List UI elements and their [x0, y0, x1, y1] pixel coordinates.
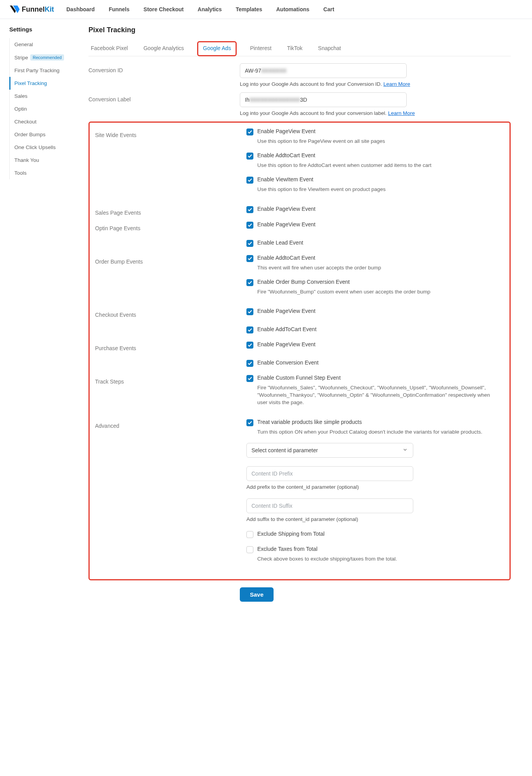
badge-recommended: Recommended: [30, 54, 64, 61]
track-steps-label-0: Enable Custom Funnel Step Event: [257, 375, 341, 381]
sidebar-item-pixel-tracking[interactable]: Pixel Tracking: [9, 77, 81, 90]
exclude-shipping-checkbox-0[interactable]: [246, 531, 253, 538]
sidebar-item-order-bumps[interactable]: Order Bumps: [9, 128, 81, 141]
conversion-label-help: Log into your Google Ads account to find…: [240, 110, 492, 116]
conversion-id-learn-link[interactable]: Learn More: [383, 81, 410, 87]
purchase-label-1: Enable Conversion Event: [257, 359, 319, 366]
purchase-label-0: Enable PageView Event: [257, 341, 315, 347]
conversion-id-help: Log into your Google Ads account to find…: [240, 81, 492, 87]
sales-page-events-label: Sales Page Events: [95, 206, 246, 216]
save-button[interactable]: Save: [240, 587, 274, 602]
sidebar-item-sales[interactable]: Sales: [9, 90, 81, 102]
site-wide-label-0: Enable PageView Event: [257, 128, 315, 134]
exclude-taxes-checkbox-0[interactable]: [246, 546, 253, 553]
sidebar-item-stripe[interactable]: StripeRecommended: [9, 51, 81, 64]
nav-templates[interactable]: Templates: [236, 6, 262, 12]
advanced-treat-variable-checkbox-0[interactable]: [246, 419, 253, 426]
brand-logo: FunnelKit: [9, 4, 54, 15]
exclude-shipping-label-0: Exclude Shipping from Total: [257, 531, 324, 537]
order-bump-checkbox-1[interactable]: [246, 279, 253, 286]
nav-automations[interactable]: Automations: [276, 6, 310, 12]
settings-sidebar: Settings GeneralStripeRecommendedFirst P…: [0, 26, 81, 602]
sidebar-title: Settings: [9, 26, 81, 33]
site-wide-desc-0: Use this option to fire PageView event o…: [257, 138, 499, 145]
content-id-suffix-help: Add suffix to the content_id parameter (…: [246, 516, 499, 522]
order-bump-label-0: Enable AddtoCart Event: [257, 255, 315, 261]
checkout-label-0: Enable PageView Event: [257, 308, 315, 314]
brand-name-2: Kit: [45, 5, 54, 13]
nav-analytics[interactable]: Analytics: [198, 6, 222, 12]
purchase-checkbox-0[interactable]: [246, 342, 253, 349]
content-id-param-select[interactable]: Select content id parameter: [246, 443, 413, 458]
order-bump-events-label: Order Bump Events: [95, 255, 246, 265]
track-steps-checkbox-0[interactable]: [246, 375, 253, 382]
track-steps-desc-0: Fire "Woofunnels_Sales", "Woofunnels_Che…: [257, 384, 499, 406]
sidebar-item-tools[interactable]: Tools: [9, 167, 81, 179]
advanced-label: Advanced: [95, 419, 246, 429]
nav-dashboard[interactable]: Dashboard: [66, 6, 95, 12]
checkout-checkbox-1[interactable]: [246, 326, 253, 333]
optin-page-checkbox-0[interactable]: [246, 222, 253, 229]
optin-page-label-1: Enable Lead Event: [257, 240, 303, 246]
tab-tiktok[interactable]: TikTok: [285, 41, 305, 56]
tab-pinterest[interactable]: Pinterest: [248, 41, 274, 56]
optin-page-checkbox-1[interactable]: [246, 240, 253, 247]
pixel-tabs: Facebook PixelGoogle AnalyticsGoogle Ads…: [88, 41, 511, 56]
optin-page-events-label: Optin Page Events: [95, 221, 246, 231]
conversion-label-learn-link[interactable]: Learn More: [388, 110, 415, 116]
site-wide-desc-1: Use this option to fire AddtoCart event …: [257, 162, 499, 169]
site-wide-desc-2: Use this option to fire ViewItem event o…: [257, 186, 499, 193]
sales-page-label-0: Enable PageView Event: [257, 206, 315, 212]
order-bump-checkbox-0[interactable]: [246, 255, 253, 262]
nav-store-checkout[interactable]: Store Checkout: [144, 6, 184, 12]
site-wide-checkbox-2[interactable]: [246, 177, 253, 184]
logo-icon: [9, 4, 20, 15]
content-id-suffix-input[interactable]: [246, 498, 413, 513]
conversion-label-label: Conversion Label: [88, 92, 240, 102]
conversion-label-input[interactable]: IhXXXXXXXXXXXXXX3D: [240, 92, 407, 107]
checkout-label-1: Enable AddToCart Event: [257, 326, 317, 332]
tab-google-analytics[interactable]: Google Analytics: [141, 41, 186, 56]
nav-cart[interactable]: Cart: [323, 6, 334, 12]
site-wide-checkbox-1[interactable]: [246, 153, 253, 160]
advanced-treat-variable-desc-0: Turn this option ON when your Product Ca…: [257, 429, 499, 436]
exclude-taxes-label-0: Exclude Taxes from Total: [257, 546, 317, 552]
conversion-id-label: Conversion ID: [88, 63, 240, 73]
sales-page-checkbox-0[interactable]: [246, 206, 253, 213]
sidebar-item-checkout[interactable]: Checkout: [9, 115, 81, 128]
sidebar-item-general[interactable]: General: [9, 38, 81, 51]
order-bump-label-1: Enable Order Bump Conversion Event: [257, 279, 350, 285]
sidebar-item-one-click-upsells[interactable]: One Click Upsells: [9, 141, 81, 154]
content-id-prefix-input[interactable]: [246, 466, 413, 481]
order-bump-desc-1: Fire "Woofunnels_Bump" custom event when…: [257, 288, 499, 296]
tab-google-ads[interactable]: Google Ads: [197, 41, 237, 56]
sidebar-item-first-party-tracking[interactable]: First Party Tracking: [9, 64, 81, 77]
exclude-taxes-desc-0: Check above boxes to exclude shipping/ta…: [257, 556, 499, 563]
sidebar-item-thank-you[interactable]: Thank You: [9, 154, 81, 167]
sidebar-item-optin[interactable]: Optin: [9, 102, 81, 115]
site-wide-checkbox-0[interactable]: [246, 128, 253, 135]
order-bump-desc-0: This event will fire when user accepts t…: [257, 264, 499, 272]
nav-funnels[interactable]: Funnels: [109, 6, 130, 12]
content-id-prefix-help: Add prefix to the content_id parameter (…: [246, 484, 499, 490]
brand-name-1: Funnel: [22, 5, 45, 13]
tab-facebook-pixel[interactable]: Facebook Pixel: [88, 41, 130, 56]
track-steps-label: Track Steps: [95, 375, 246, 385]
checkout-checkbox-0[interactable]: [246, 308, 253, 315]
tab-snapchat[interactable]: Snapchat: [316, 41, 343, 56]
purchase-events-label: Purchase Events: [95, 341, 246, 351]
site-wide-events-label: Site Wide Events: [95, 128, 246, 138]
checkout-events-label: Checkout Events: [95, 308, 246, 318]
site-wide-label-1: Enable AddtoCart Event: [257, 152, 315, 158]
optin-page-label-0: Enable PageView Event: [257, 221, 315, 227]
events-highlight-box: Site Wide Events Enable PageView EventUs…: [88, 122, 511, 580]
site-wide-label-2: Enable ViewItem Event: [257, 176, 314, 182]
main-content: Pixel Tracking Facebook PixelGoogle Anal…: [88, 26, 520, 602]
conversion-id-input[interactable]: AW-97XXXXXXX: [240, 63, 407, 78]
purchase-checkbox-1[interactable]: [246, 360, 253, 367]
page-title: Pixel Tracking: [88, 26, 511, 34]
top-nav: FunnelKit DashboardFunnelsStore Checkout…: [0, 0, 532, 19]
advanced-treat-variable-label-0: Treat variable products like simple prod…: [257, 419, 362, 425]
